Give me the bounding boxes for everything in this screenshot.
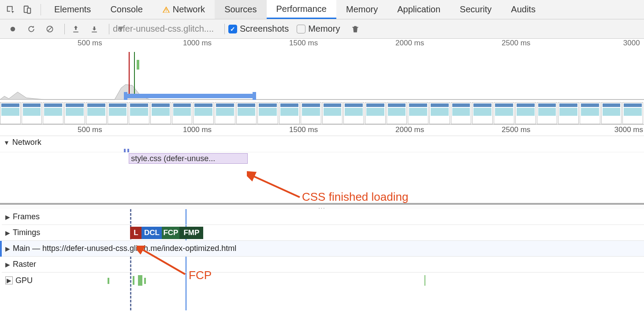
filmstrip-frame[interactable] bbox=[193, 102, 214, 124]
network-track[interactable]: ▼ Network style.css (defer-unuse... bbox=[0, 136, 644, 204]
load-marker[interactable]: L bbox=[130, 227, 141, 239]
filmstrip-frame[interactable] bbox=[279, 102, 300, 124]
filmstrip-frame[interactable] bbox=[108, 102, 128, 124]
filmstrip-frame[interactable] bbox=[494, 102, 514, 124]
svg-rect-3 bbox=[166, 11, 167, 12]
filmstrip-frame[interactable] bbox=[429, 102, 450, 124]
timing-markers: L DCL FCP FMP bbox=[130, 227, 203, 239]
filmstrip-frame[interactable] bbox=[343, 102, 364, 124]
network-track-header[interactable]: ▼ Network bbox=[0, 136, 644, 149]
svg-rect-2 bbox=[166, 9, 167, 11]
filmstrip-frame[interactable] bbox=[86, 102, 107, 124]
main-label: Main — https://defer-unused-css.glitch.m… bbox=[13, 244, 236, 253]
recording-selector[interactable]: defer-unused-css.glitch.... ▼ bbox=[113, 24, 214, 34]
filmstrip-frame[interactable] bbox=[150, 102, 171, 124]
divider bbox=[109, 24, 109, 34]
filmstrip-frame[interactable] bbox=[580, 102, 600, 124]
record-button[interactable] bbox=[5, 22, 20, 37]
tab-memory[interactable]: Memory bbox=[336, 0, 387, 19]
main-track[interactable]: ▶ Main — https://defer-unused-css.glitch… bbox=[0, 241, 644, 257]
network-track-label: Network bbox=[12, 138, 41, 147]
tab-console[interactable]: Console bbox=[101, 0, 152, 19]
filmstrip-frame[interactable] bbox=[365, 102, 386, 124]
filmstrip-frame[interactable] bbox=[408, 102, 428, 124]
gpu-task bbox=[424, 275, 425, 286]
overview-ruler: 500 ms 1000 ms 1500 ms 2000 ms 2500 ms 3… bbox=[0, 39, 644, 48]
memory-checkbox-wrap[interactable]: Memory bbox=[297, 24, 340, 34]
gpu-task bbox=[144, 278, 146, 284]
filmstrip-frame[interactable] bbox=[322, 102, 343, 124]
filmstrip-frame[interactable] bbox=[558, 102, 579, 124]
filmstrip-frame[interactable] bbox=[172, 102, 193, 124]
collapse-icon[interactable]: ▼ bbox=[4, 139, 10, 146]
filmstrip-frame[interactable] bbox=[472, 102, 493, 124]
filmstrip-frame[interactable] bbox=[43, 102, 63, 124]
device-toolbar-icon[interactable] bbox=[20, 3, 34, 17]
divider bbox=[224, 24, 225, 34]
filmstrip-frame[interactable] bbox=[387, 102, 407, 124]
network-ticks-row bbox=[0, 149, 644, 152]
upload-icon[interactable] bbox=[68, 22, 83, 37]
reload-button[interactable] bbox=[24, 22, 39, 37]
svg-point-4 bbox=[11, 26, 15, 31]
gpu-task bbox=[133, 276, 134, 285]
screenshot-filmstrip[interactable] bbox=[0, 102, 644, 124]
filmstrip-frame[interactable] bbox=[601, 102, 622, 124]
overview-selection[interactable] bbox=[126, 94, 254, 98]
screenshots-checkbox[interactable] bbox=[228, 25, 237, 33]
detail-ruler[interactable]: 500 ms 1000 ms 1500 ms 2000 ms 2500 ms 3… bbox=[0, 125, 644, 136]
filmstrip-frame[interactable] bbox=[537, 102, 558, 124]
tab-network[interactable]: Network bbox=[153, 0, 215, 19]
filmstrip-frame[interactable] bbox=[215, 102, 235, 124]
gpu-track[interactable]: ▶ GPU bbox=[0, 272, 644, 288]
raster-label: Raster bbox=[13, 260, 36, 269]
filmstrip-frame[interactable] bbox=[257, 102, 278, 124]
tab-audits[interactable]: Audits bbox=[501, 0, 545, 19]
panel-splitter[interactable]: ... bbox=[0, 204, 644, 209]
devtools-tabbar: Elements Console Network Sources Perform… bbox=[0, 0, 644, 19]
fcp-marker-line bbox=[134, 52, 135, 98]
screenshots-checkbox-wrap[interactable]: Screenshots bbox=[228, 24, 289, 34]
network-request-bar[interactable]: style.css (defer-unuse... bbox=[129, 153, 248, 164]
recording-label: defer-unused-css.glitch.... bbox=[113, 24, 214, 34]
filmstrip-frame[interactable] bbox=[622, 102, 643, 124]
tab-security[interactable]: Security bbox=[450, 0, 501, 19]
filmstrip-frame[interactable] bbox=[451, 102, 472, 124]
fcp-marker[interactable]: FCP bbox=[162, 227, 179, 239]
tick-mark bbox=[124, 149, 126, 152]
filmstrip-frame[interactable] bbox=[515, 102, 536, 124]
expand-icon[interactable]: ▶ bbox=[5, 229, 10, 236]
tab-elements[interactable]: Elements bbox=[45, 0, 101, 19]
svg-rect-1 bbox=[27, 8, 30, 13]
download-icon[interactable] bbox=[87, 22, 102, 37]
clear-button[interactable] bbox=[42, 22, 57, 37]
frames-track[interactable]: ▶ Frames bbox=[0, 209, 644, 225]
expand-icon[interactable]: ▶ bbox=[5, 261, 10, 268]
screenshots-label: Screenshots bbox=[240, 24, 289, 34]
overview-panel[interactable]: 500 ms 1000 ms 1500 ms 2000 ms 2500 ms 3… bbox=[0, 39, 644, 125]
filmstrip-frame[interactable] bbox=[129, 102, 149, 124]
memory-checkbox[interactable] bbox=[297, 25, 305, 33]
filmstrip-frame[interactable] bbox=[64, 102, 85, 124]
ruler-tick: 2000 ms bbox=[395, 39, 425, 48]
dcl-marker[interactable]: DCL bbox=[141, 227, 162, 239]
filmstrip-frame[interactable] bbox=[301, 102, 321, 124]
expand-icon[interactable]: ▶ bbox=[5, 245, 10, 252]
ruler-tick: 1500 ms bbox=[289, 39, 319, 48]
inspect-element-icon[interactable] bbox=[4, 3, 18, 17]
tab-performance[interactable]: Performance bbox=[267, 0, 337, 19]
fmp-marker[interactable]: FMP bbox=[179, 227, 203, 239]
timings-track[interactable]: ▶ Timings L DCL FCP FMP bbox=[0, 225, 644, 241]
filmstrip-frame[interactable] bbox=[22, 102, 42, 124]
divider bbox=[64, 24, 65, 34]
ruler-tick: 2500 ms bbox=[502, 125, 531, 134]
filmstrip-frame[interactable] bbox=[0, 102, 21, 124]
garbage-collect-icon[interactable] bbox=[348, 22, 363, 37]
expand-icon[interactable]: ▶ bbox=[5, 214, 10, 221]
tab-sources[interactable]: Sources bbox=[215, 0, 266, 19]
tab-application[interactable]: Application bbox=[387, 0, 450, 19]
cpu-chart bbox=[0, 84, 644, 100]
raster-track[interactable]: ▶ Raster bbox=[0, 257, 644, 272]
filmstrip-frame[interactable] bbox=[236, 102, 257, 124]
flame-chart-panel[interactable]: ▶ Frames ▶ Timings L DCL FCP FMP ▶ Main … bbox=[0, 209, 644, 288]
